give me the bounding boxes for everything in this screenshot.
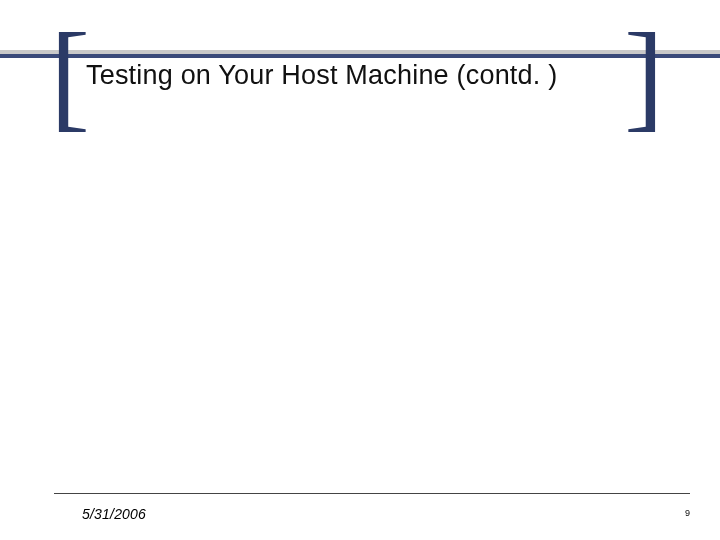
rule-dark bbox=[0, 54, 720, 58]
slide: [ ] Testing on Your Host Machine (contd.… bbox=[0, 0, 720, 540]
page-title: Testing on Your Host Machine (contd. ) bbox=[86, 60, 557, 91]
left-bracket-icon: [ bbox=[50, 16, 90, 136]
footer-divider bbox=[54, 493, 690, 494]
title-rule bbox=[0, 50, 720, 58]
footer-date: 5/31/2006 bbox=[82, 506, 146, 522]
right-bracket-icon: ] bbox=[624, 16, 664, 136]
footer-page-number: 9 bbox=[685, 508, 690, 518]
